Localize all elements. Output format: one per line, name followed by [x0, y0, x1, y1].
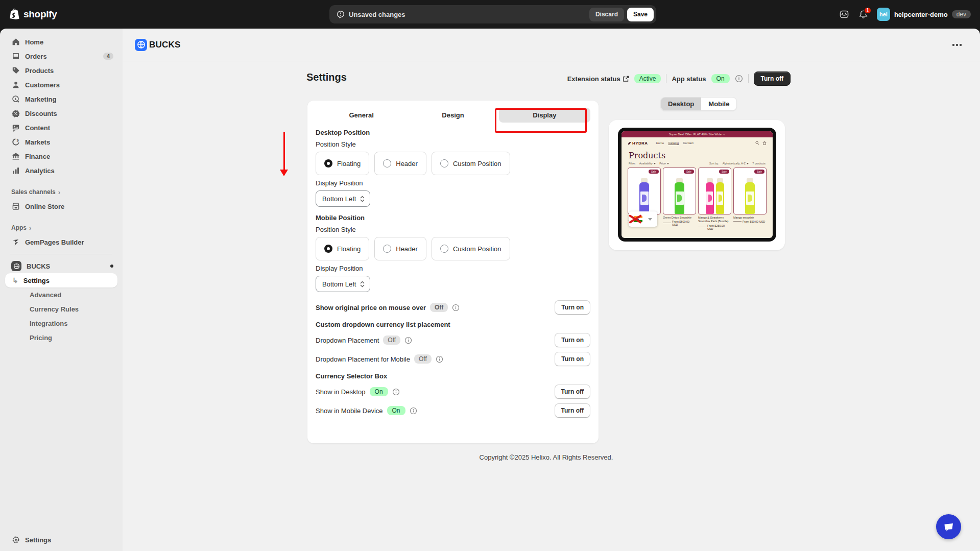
radio-mobile-custom-position[interactable]: Custom Position: [432, 237, 510, 260]
copyright-text: Copyright ©2025 Helixo. All Rights Reser…: [307, 453, 785, 461]
radio-selected-icon: [324, 159, 332, 167]
app-turn-off-button[interactable]: Turn off: [754, 71, 791, 86]
sale-badge: Sale: [649, 170, 659, 174]
radio-icon: [383, 159, 391, 167]
sidebar-item-finance[interactable]: Finance: [5, 149, 117, 163]
show-in-desktop-turn-off-button[interactable]: Turn off: [555, 385, 590, 399]
filter-price[interactable]: Price: [659, 162, 669, 165]
sidebar-item-orders[interactable]: Orders 4: [5, 49, 117, 63]
info-icon[interactable]: [436, 355, 443, 363]
dropdown-placement-mobile-turn-on-button[interactable]: Turn on: [555, 352, 590, 366]
select-chevrons-icon: [360, 281, 365, 288]
store-cart-icon[interactable]: [762, 141, 767, 145]
extension-status-label[interactable]: Extension status: [567, 75, 629, 83]
store-products-heading: Products: [629, 151, 773, 160]
mouse-over-turn-on-button[interactable]: Turn on: [555, 300, 590, 315]
mobile-display-position-select[interactable]: Bottom Left: [316, 276, 370, 292]
compare-price-strike: [733, 220, 742, 222]
info-icon[interactable]: [404, 337, 412, 344]
currency-selector-widget[interactable]: [629, 211, 657, 227]
desktop-position-style-group: Floating Header Custom Position: [316, 152, 590, 175]
radio-desktop-floating[interactable]: Floating: [316, 152, 369, 175]
env-badge: dev: [952, 10, 971, 18]
tab-design[interactable]: Design: [407, 108, 498, 123]
topbar: shopify Unsaved changes Discard Save 1 h…: [0, 0, 980, 29]
apps-group[interactable]: Apps ›: [5, 222, 117, 234]
product-card[interactable]: Sale Mango smoothie From $50.00 USD: [733, 167, 767, 230]
sidebar-item-analytics[interactable]: Analytics: [5, 163, 117, 178]
info-icon[interactable]: [452, 304, 460, 312]
store-search-icon[interactable]: [755, 141, 759, 145]
content-icon: [11, 124, 20, 132]
yellow-green-bottle-image: [745, 178, 755, 214]
store-nav-contact[interactable]: Contact: [683, 141, 694, 145]
more-actions-icon[interactable]: [948, 40, 966, 50]
sidebar-item-bucks-integrations[interactable]: Integrations: [5, 316, 117, 330]
radio-desktop-header[interactable]: Header: [374, 152, 426, 175]
sidebar-item-discounts[interactable]: Discounts: [5, 106, 117, 121]
sidebar-item-online-store[interactable]: Online Store: [5, 199, 117, 213]
sidebar-item-bucks-advanced[interactable]: Advanced: [5, 288, 117, 302]
info-icon[interactable]: [392, 388, 400, 396]
sidebar-item-marketing[interactable]: Marketing: [5, 92, 117, 106]
radio-icon: [383, 245, 391, 253]
page-scroll-area: Settings Extension status Active App sta…: [123, 61, 980, 551]
save-button[interactable]: Save: [627, 8, 654, 21]
dropdown-placement-heading: Custom dropdown currency list placement: [316, 321, 590, 328]
product-card[interactable]: Sale Green Detox Smoothie From $800.00 U…: [663, 167, 696, 230]
show-in-mobile-turn-off-button[interactable]: Turn off: [555, 403, 590, 418]
info-icon[interactable]: [735, 75, 743, 83]
sidebar-item-products[interactable]: Products: [5, 63, 117, 78]
dropdown-placement-turn-on-button[interactable]: Turn on: [555, 333, 590, 347]
info-icon[interactable]: [410, 407, 417, 415]
notifications-bell-icon[interactable]: 1: [855, 6, 872, 22]
green-bottle-image: [675, 178, 684, 214]
pink-bottle-image: [706, 178, 714, 214]
tab-general[interactable]: General: [316, 108, 407, 123]
sidebar-item-customers[interactable]: Customers: [5, 78, 117, 92]
sidebar-item-bucks[interactable]: BUCKS: [5, 259, 117, 273]
sidebar-item-bucks-settings[interactable]: ↳ Settings: [5, 273, 117, 288]
discard-button[interactable]: Discard: [589, 8, 624, 21]
divider: [748, 74, 749, 83]
app-title: BUCKS: [149, 40, 180, 50]
filter-availability[interactable]: Availability: [639, 162, 656, 165]
select-chevrons-icon: [360, 196, 365, 202]
sidebar-item-gempages[interactable]: GemPages Builder: [5, 235, 117, 249]
sidebar-item-content[interactable]: Content: [5, 121, 117, 135]
store-preview: Super Deal Offer: FLAT 40% Site Wide → H…: [622, 131, 773, 238]
unsaved-changes-text: Unsaved changes: [349, 11, 405, 18]
desktop-display-position-select[interactable]: Bottom Left: [316, 190, 370, 207]
sidebar-item-bucks-currency-rules[interactable]: Currency Rules: [5, 302, 117, 316]
radio-icon: [440, 245, 448, 253]
state-badge: Off: [414, 354, 432, 364]
device-toggle-desktop[interactable]: Desktop: [661, 98, 701, 110]
radio-mobile-floating[interactable]: Floating: [316, 237, 369, 260]
desktop-position-heading: Desktop Position: [316, 129, 590, 136]
main-content: BUCKS Settings Extension status Active A…: [123, 29, 980, 551]
sidebar-item-settings[interactable]: Settings: [5, 533, 117, 547]
sale-badge: Sale: [684, 170, 694, 174]
position-style-label: Position Style: [316, 226, 590, 233]
mobile-position-style-group: Floating Header Custom Position: [316, 237, 590, 260]
sort-select[interactable]: Alphabetically, A-Z: [723, 162, 749, 165]
sidebar-item-bucks-pricing[interactable]: Pricing: [5, 330, 117, 345]
shopify-logo[interactable]: shopify: [9, 0, 57, 29]
store-menu-icon[interactable]: [836, 6, 852, 22]
tab-display[interactable]: Display: [499, 108, 590, 123]
display-position-label: Display Position: [316, 179, 590, 187]
sidebar-item-markets[interactable]: $ Markets: [5, 135, 117, 149]
device-toggle-mobile[interactable]: Mobile: [701, 98, 736, 110]
product-card[interactable]: Sale Mango & Strawberry Smoothie Pack (B…: [698, 167, 731, 230]
sidebar-item-home[interactable]: Home: [5, 35, 117, 49]
account-menu[interactable]: hel helpcenter-demo dev: [875, 6, 975, 23]
gempages-icon: [11, 238, 20, 246]
store-preview-card: Super Deal Offer: FLAT 40% Site Wide → H…: [609, 120, 785, 250]
store-nav-catalog[interactable]: Catalog: [668, 141, 679, 145]
product-count: 7 products: [752, 162, 766, 165]
radio-mobile-header[interactable]: Header: [374, 237, 426, 260]
radio-desktop-custom-position[interactable]: Custom Position: [432, 152, 510, 175]
chat-widget-button[interactable]: [936, 514, 961, 539]
store-nav-home[interactable]: Home: [656, 141, 664, 145]
sales-channels-group[interactable]: Sales channels ›: [5, 186, 117, 198]
